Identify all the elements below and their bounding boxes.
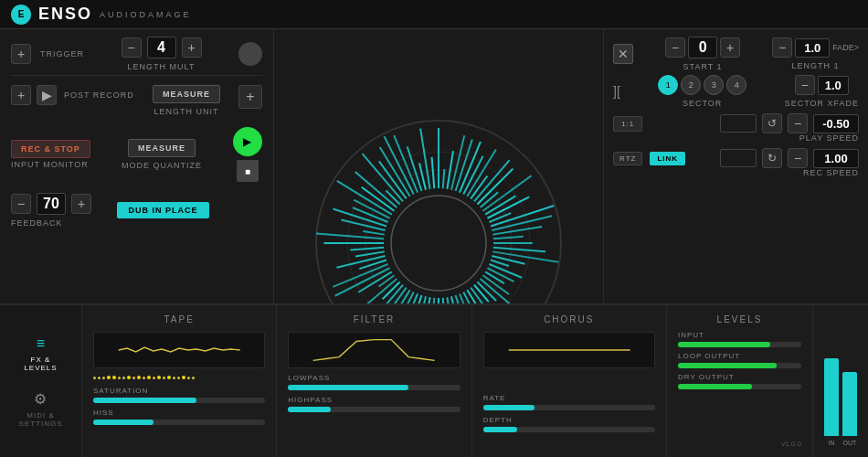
mode-quantize-label: MODE QUANTIZE: [122, 161, 202, 170]
top-bar: E ENSO AUDIODAMAGE: [0, 0, 868, 29]
trigger-label: TRIGGER: [40, 49, 84, 58]
sector-btn-2[interactable]: 2: [681, 75, 701, 95]
logo-icon: E: [11, 5, 31, 25]
rec-stop-btn[interactable]: REC & STOP: [11, 140, 90, 158]
chorus-curve: [483, 332, 655, 368]
highpass-label: HIGHPASS: [288, 396, 460, 404]
post-record-btn[interactable]: +: [11, 85, 31, 105]
saturation-control: SATURATION: [93, 387, 265, 403]
input-label: INPUT: [678, 331, 801, 339]
tape-dots: [93, 374, 265, 381]
out-label: OUT: [842, 440, 857, 446]
chorus-panel: CHORUS RATE DEPTH: [472, 305, 667, 457]
loop-output-label: LOOP OUTPUT: [678, 352, 801, 360]
fx-levels-label: FX &LEVELS: [24, 356, 57, 372]
dry-output-control: DRY OUTPUT: [678, 373, 801, 389]
loop-icon: ][: [613, 84, 620, 99]
xfade-minus[interactable]: −: [795, 75, 815, 95]
rate-slider[interactable]: [483, 405, 655, 410]
undo-btn[interactable]: ↺: [762, 113, 782, 133]
dub-in-place-btn[interactable]: DUB IN PLACE: [117, 202, 208, 218]
midi-settings-icon: ⚙: [34, 390, 47, 408]
play-btn[interactable]: ▶: [233, 127, 262, 156]
length-mult-label: LENGTH MULT: [128, 62, 196, 71]
link-btn[interactable]: LINK: [650, 152, 685, 165]
input-control: INPUT: [678, 331, 801, 347]
fx-levels-icon: ≡: [37, 335, 45, 352]
sector-buttons: 1 2 3 4: [658, 75, 746, 95]
highpass-slider[interactable]: [288, 407, 460, 412]
length-mult-plus[interactable]: +: [182, 37, 202, 58]
vu-in: [824, 358, 839, 436]
filter-curve: [288, 332, 460, 368]
midi-settings-label: MIDI &SETTINGS: [18, 411, 62, 428]
hiss-label: HISS: [93, 409, 265, 417]
hiss-slider[interactable]: [93, 420, 265, 425]
vu-section: IN OUT: [813, 305, 868, 457]
nav-fx-levels[interactable]: ≡ FX &LEVELS: [24, 335, 57, 372]
feedback-plus[interactable]: +: [71, 194, 91, 214]
filter-title: FILTER: [288, 314, 460, 324]
levels-panel: LEVELS INPUT LOOP OUTPUT DRY OUTPUT v1.0…: [667, 305, 813, 457]
plus-btn[interactable]: +: [238, 85, 262, 109]
bottom-nav: ≡ FX &LEVELS ⚙ MIDI &SETTINGS: [0, 305, 82, 457]
trigger-minus-btn[interactable]: +: [11, 44, 31, 64]
input-slider[interactable]: [678, 342, 801, 347]
stop-btn[interactable]: ■: [237, 160, 259, 182]
vu-labels: IN OUT: [824, 440, 857, 446]
sector-label: SECTOR: [683, 99, 722, 108]
start1-minus[interactable]: −: [665, 37, 685, 58]
feedback-minus[interactable]: −: [11, 194, 31, 214]
measure-mode-btn[interactable]: MEASURE: [128, 139, 196, 157]
feedback-value: 70: [37, 193, 66, 215]
filter-panel: FILTER LOWPASS HIGHPASS: [277, 305, 471, 457]
start1-value: 0: [688, 37, 717, 58]
dry-output-label: DRY OUTPUT: [678, 373, 801, 381]
rec-speed-value: 1.00: [813, 149, 859, 168]
play-speed-minus[interactable]: −: [788, 113, 808, 133]
depth-control: DEPTH: [483, 416, 655, 432]
sector-btn-3[interactable]: 3: [704, 75, 724, 95]
length-mult-value: 4: [147, 37, 176, 58]
loop-output-slider[interactable]: [678, 363, 801, 368]
lowpass-control: LOWPASS: [288, 374, 460, 390]
rec-speed-label: REC SPEED: [803, 168, 859, 177]
circle-btn[interactable]: [238, 42, 262, 66]
rate-label: RATE: [483, 394, 655, 402]
rtz-btn[interactable]: RTZ: [613, 152, 642, 165]
app-name: ENSO: [38, 5, 92, 24]
chorus-title: CHORUS: [483, 314, 655, 324]
length1-minus[interactable]: −: [772, 37, 792, 58]
saturation-label: SATURATION: [93, 387, 265, 395]
sector-btn-4[interactable]: 4: [726, 75, 746, 95]
length-unit-label: LENGTH UNIT: [153, 107, 218, 116]
tape-panel: TAPE SATURATION HISS: [82, 305, 277, 457]
depth-slider[interactable]: [483, 427, 655, 432]
rate-control: RATE: [483, 394, 655, 410]
depth-label: DEPTH: [483, 416, 655, 424]
length1-value: 1.0: [795, 38, 830, 58]
post-record-play[interactable]: ▶: [37, 85, 57, 105]
saturation-slider[interactable]: [93, 398, 265, 403]
rec-speed-minus[interactable]: −: [788, 148, 808, 168]
version-text: v1.0.0: [678, 440, 801, 448]
measure-btn-1[interactable]: MEASURE: [153, 85, 220, 103]
input-monitor-label: INPUT MONITOR: [11, 160, 90, 169]
redo-btn[interactable]: ↻: [762, 148, 782, 168]
brand-name: AUDIODAMAGE: [100, 10, 192, 19]
length1-label: LENGTH 1: [792, 61, 840, 70]
start1-plus[interactable]: +: [720, 37, 740, 58]
lowpass-label: LOWPASS: [288, 374, 460, 382]
sector-btn-1[interactable]: 1: [658, 75, 678, 95]
ratio-btn[interactable]: 1:1: [613, 116, 642, 132]
cross-btn[interactable]: ✕: [613, 44, 633, 64]
play-speed-label: PLAY SPEED: [799, 133, 859, 143]
dry-output-slider[interactable]: [678, 384, 801, 389]
tape-curve: [93, 332, 265, 368]
feedback-label: FEEDBACK: [11, 218, 91, 228]
length-mult-minus[interactable]: −: [122, 37, 142, 58]
lowpass-slider[interactable]: [288, 385, 460, 390]
vu-out: [842, 372, 857, 436]
levels-title: LEVELS: [678, 314, 801, 324]
nav-midi-settings[interactable]: ⚙ MIDI &SETTINGS: [18, 390, 62, 428]
